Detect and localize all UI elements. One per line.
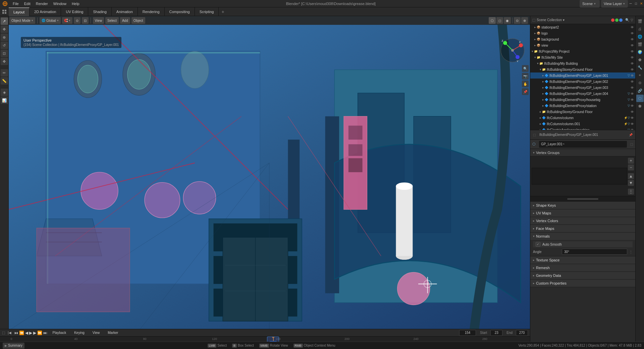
tool-rotate[interactable]: ↺ — [1, 42, 8, 49]
vg-add-btn[interactable]: + — [628, 158, 634, 164]
viewport-shading-solid[interactable]: ⬡ — [489, 17, 496, 24]
tool-move[interactable]: ⊕ — [1, 34, 8, 41]
camera-btn[interactable]: 📷 — [522, 73, 529, 80]
object-menu[interactable]: Object — [131, 17, 145, 24]
tab-shading[interactable]: Shading — [88, 7, 111, 16]
prop-tab-constraints[interactable]: 🔗 — [636, 87, 644, 94]
tab-animation[interactable]: Animation — [112, 7, 138, 16]
outliner-item-gp001[interactable]: ▸ 🔷 IfcBuildingElementProxy/GP_Layer.001… — [530, 72, 635, 79]
outliner-item-view[interactable]: ▸ 📦 view 👁 — [530, 42, 635, 48]
end-frame-input[interactable]: 270 — [516, 330, 528, 336]
outliner-item-column001[interactable]: ▸ 🔷 IfcColumn/column.001 ⚡▽ 👁 — [530, 121, 635, 127]
outliner-item-logo[interactable]: ▸ 📦 logo 👁 — [530, 30, 635, 36]
summary-toggle[interactable]: ▶ Summary — [3, 343, 24, 349]
menu-file[interactable]: File — [10, 0, 21, 7]
outliner-item-gp002[interactable]: ▸ 🔷 IfcBuildingElementProxy/GP_Layer.002… — [530, 79, 635, 85]
outliner-type[interactable]: Scene Collection ▾ — [537, 18, 610, 22]
prop-tab-render[interactable]: 🎬 — [636, 17, 644, 25]
normals-header[interactable]: ▾ Normals — [530, 233, 635, 240]
close-btn[interactable]: ✕ — [639, 0, 644, 7]
add-tab-btn[interactable]: + — [219, 9, 227, 14]
auto-smooth-checkbox[interactable]: ✓ — [536, 242, 540, 247]
hand-btn[interactable]: ✋ — [522, 81, 529, 87]
play-btn[interactable]: ▶ — [29, 331, 32, 335]
outliner-item-ifcproject[interactable]: ▾ 📁 IfcProject/My Project 👁 — [530, 48, 635, 54]
timeline-keying-menu[interactable]: Keying — [71, 329, 87, 337]
scene-selector[interactable]: Scene ▾ — [580, 0, 600, 7]
prev-key-btn[interactable]: ⏪ — [19, 331, 24, 335]
outliner-item-background[interactable]: ▸ 📦 background 👁 — [530, 36, 635, 42]
object-mode-dropdown[interactable]: Object Mode ▾ — [9, 17, 35, 24]
transform-pivot[interactable]: ⊡ — [82, 17, 89, 24]
tool-shapekey[interactable]: ◈ — [1, 89, 8, 96]
tab-scripting[interactable]: Scripting — [195, 7, 219, 16]
select-menu[interactable]: Select — [105, 17, 119, 24]
outliner-item-housebig[interactable]: ▸ 🔷 IfcBuildingElementProxy/housebig ▽ 👁 — [530, 97, 635, 103]
outliner-search[interactable]: 🔍 — [625, 18, 629, 22]
start-frame-input[interactable]: 23 — [490, 330, 502, 336]
menu-edit[interactable]: Edit — [21, 0, 33, 7]
prev-frame-btn[interactable]: ◀ — [25, 331, 28, 335]
prop-tab-object[interactable]: ⬟ — [636, 56, 644, 63]
prop-tab-world[interactable]: 🌍 — [636, 48, 644, 56]
next-frame-btn[interactable]: ▶ — [33, 331, 36, 335]
prop-tab-objectdata[interactable]: ⬡ — [636, 95, 644, 102]
angle-menu-btn[interactable]: ⋮ — [629, 250, 633, 254]
timeline-view-menu[interactable]: View — [90, 329, 103, 337]
jump-end-btn[interactable]: ⏭ — [43, 331, 47, 335]
global-dropdown[interactable]: 🌐 Global ▾ — [40, 17, 61, 24]
outliner-item-gp003[interactable]: ▸ 🔷 IfcBuildingElementProxy/GP_Layer.003… — [530, 85, 635, 91]
zoom-in-btn[interactable]: 🔍 — [522, 65, 529, 72]
menu-window[interactable]: Window — [51, 0, 69, 7]
prop-tab-material[interactable]: ⬟ — [636, 102, 644, 110]
vg-up-btn[interactable]: ▲ — [628, 173, 634, 179]
proportional-edit[interactable]: ⊙ — [74, 17, 80, 24]
timeline-marker-menu[interactable]: Marker — [105, 329, 121, 337]
tool-cursor[interactable]: ✥ — [1, 26, 8, 33]
outliner-editor-icon[interactable]: ⬚ — [532, 18, 535, 22]
viewport-shading-wireframe[interactable]: ◻ — [496, 17, 503, 24]
vg-remove-btn[interactable]: − — [628, 164, 634, 170]
shape-keys-header[interactable]: ▸ Shape Keys — [530, 202, 635, 209]
tool-transform[interactable]: ✥ — [1, 58, 8, 65]
outliner-item-groundfloor[interactable]: ▾ 📁 IfcBuildingStorey/Ground Floor 👁 — [530, 66, 635, 72]
outliner-item-column[interactable]: ▸ 🔷 IfcColumn/column ⚡▽ 👁 — [530, 115, 635, 121]
tab-rendering[interactable]: Rendering — [138, 7, 165, 16]
next-key-btn[interactable]: ⏩ — [37, 331, 42, 335]
prop-editor-icon[interactable]: ⬚ — [533, 133, 536, 137]
prop-tab-particles[interactable]: ✴ — [636, 71, 644, 79]
outliner-item-groundfloor2[interactable]: ▸ 📁 IfcBuildingStorey/Ground Floor 👁 — [530, 109, 635, 115]
outliner-item-gp004[interactable]: ▸ 🔷 IfcBuildingElementProxy/GP_Layer.004… — [530, 91, 635, 97]
prop-tab-viewlayer[interactable]: 🌐 — [636, 33, 644, 40]
prop-tab-scene[interactable]: 🎬 — [636, 41, 644, 48]
tool-extra1[interactable]: 📊 — [1, 97, 8, 104]
tool-annotate[interactable]: ✏ — [1, 69, 8, 77]
custom-properties-header[interactable]: ▸ Custom Properties — [530, 280, 635, 287]
tool-select[interactable]: ↗ — [1, 17, 8, 25]
face-maps-header[interactable]: ▸ Face Maps — [530, 225, 635, 232]
tab-uv-editing[interactable]: UV Editing — [61, 7, 88, 16]
jump-start-btn[interactable]: ⏮ — [14, 331, 18, 335]
minimize-btn[interactable]: ─ — [628, 0, 633, 7]
timeline-playback-menu[interactable]: Playback — [50, 329, 69, 337]
vertex-groups-header[interactable]: ▾ Vertex Groups — [530, 149, 635, 156]
prop-tab-physics[interactable]: ⚙ — [636, 79, 644, 87]
vg-more-btn[interactable]: ⋮ — [628, 189, 634, 195]
texture-space-header[interactable]: ▸ Texture Space — [530, 256, 635, 264]
outliner-item-ifcsite[interactable]: ▾ 📁 IfcSite/My Site 👁 — [530, 54, 635, 60]
vertex-colors-header[interactable]: ▸ Vertex Colors — [530, 217, 635, 225]
outliner-item-stationpart2[interactable]: ▸ 📦 stationpart2 👁 — [530, 24, 635, 30]
tab-compositing[interactable]: Compositing — [165, 7, 195, 16]
outliner-item-ifcbuilding[interactable]: ▾ 📁 IfcBuilding/My Building 👁 — [530, 60, 635, 66]
geometry-data-header[interactable]: ▸ Geometry Data — [530, 272, 635, 279]
snap-dropdown[interactable]: 🧲 ▾ — [62, 17, 72, 24]
view-menu[interactable]: View — [93, 17, 104, 24]
timeline-editor-icon[interactable]: ⬚ — [2, 331, 5, 335]
outliner-filter[interactable]: ▽ — [631, 18, 633, 22]
prop-tab-modifier[interactable]: 🔧 — [636, 64, 644, 71]
tab-layout[interactable]: Layout — [9, 7, 30, 16]
viewport-shading-rendered[interactable]: ◉ — [504, 17, 511, 24]
tool-measure[interactable]: 📏 — [1, 77, 8, 85]
maximize-btn[interactable]: □ — [633, 0, 639, 7]
tab-2d-animation[interactable]: 2D Animation — [30, 7, 61, 16]
